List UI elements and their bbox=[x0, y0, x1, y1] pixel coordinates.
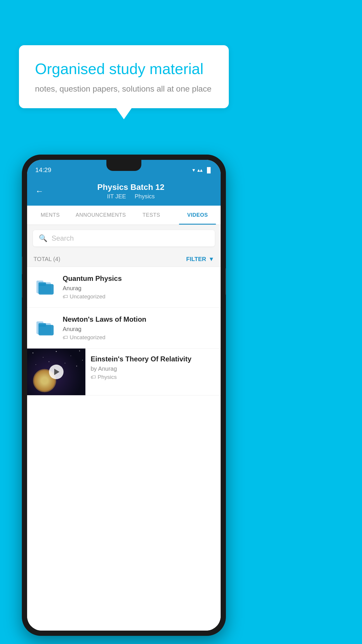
battery-icon: ▐▌ bbox=[205, 167, 212, 173]
svg-point-8 bbox=[33, 353, 34, 354]
app-header: ← Physics Batch 12 IIT JEE Physics bbox=[27, 177, 221, 206]
header-title: Physics Batch 12 bbox=[49, 183, 212, 192]
total-count-label: TOTAL (4) bbox=[34, 256, 60, 262]
tag-icon: 🏷 bbox=[63, 294, 68, 300]
svg-point-11 bbox=[71, 356, 71, 356]
play-icon bbox=[54, 369, 59, 375]
list-item[interactable]: Newton's Laws of Motion Anurag 🏷 Uncateg… bbox=[27, 308, 221, 349]
filter-label: FILTER bbox=[186, 256, 206, 262]
phone-volume-button bbox=[22, 257, 22, 274]
svg-point-9 bbox=[43, 357, 43, 358]
phone-volume-button-2 bbox=[22, 280, 22, 298]
speech-bubble-subtitle: notes, question papers, solutions all at… bbox=[35, 84, 213, 94]
filter-bar: TOTAL (4) FILTER ▼ bbox=[27, 252, 221, 267]
header-physics: Physics bbox=[135, 193, 155, 200]
filter-button[interactable]: FILTER ▼ bbox=[186, 256, 214, 262]
svg-point-10 bbox=[56, 351, 57, 352]
item-title: Newton's Laws of Motion bbox=[63, 315, 214, 323]
item-thumbnail bbox=[34, 274, 57, 298]
search-icon: 🔍 bbox=[39, 234, 48, 242]
list-item[interactable]: Quantum Physics Anurag 🏷 Uncategorized bbox=[27, 267, 221, 308]
tabs-bar: MENTS ANNOUNCEMENTS TESTS VIDEOS bbox=[27, 206, 221, 225]
status-icons: ▾ ▴▴ ▐▌ bbox=[192, 167, 212, 173]
item-title: Einstein's Theory Of Relativity bbox=[91, 355, 215, 363]
item-author: Anurag bbox=[63, 326, 214, 332]
item-author: by Anurag bbox=[91, 365, 215, 372]
filter-icon: ▼ bbox=[208, 256, 214, 262]
item-title: Quantum Physics bbox=[63, 274, 214, 283]
screen-content: 14:29 ▾ ▴▴ ▐▌ ← Physics Batch 12 IIT JEE… bbox=[27, 160, 221, 631]
item-info: Quantum Physics Anurag 🏷 Uncategorized bbox=[63, 274, 214, 300]
phone-frame: 14:29 ▾ ▴▴ ▐▌ ← Physics Batch 12 IIT JEE… bbox=[22, 155, 226, 636]
tab-announcements[interactable]: ANNOUNCEMENTS bbox=[73, 206, 129, 225]
header-title-area: Physics Batch 12 IIT JEE Physics bbox=[49, 183, 212, 200]
tag-icon: 🏷 bbox=[63, 335, 68, 341]
tag-icon: 🏷 bbox=[91, 374, 96, 380]
play-button[interactable] bbox=[49, 365, 64, 379]
wifi-icon: ▾ bbox=[192, 167, 195, 173]
list-item[interactable]: Einstein's Theory Of Relativity by Anura… bbox=[27, 349, 221, 396]
item-author: Anurag bbox=[63, 285, 214, 292]
tab-videos[interactable]: VIDEOS bbox=[175, 206, 221, 225]
header-subtitle: IIT JEE Physics bbox=[49, 193, 212, 200]
status-time: 14:29 bbox=[35, 166, 51, 174]
svg-point-17 bbox=[82, 360, 83, 360]
speech-bubble-title: Organised study material bbox=[35, 60, 213, 78]
phone-notch bbox=[106, 160, 141, 171]
search-input[interactable]: Search bbox=[52, 234, 74, 242]
signal-icon: ▴▴ bbox=[197, 167, 203, 173]
tab-tests[interactable]: TESTS bbox=[128, 206, 175, 225]
tag-label: Physics bbox=[98, 374, 117, 380]
header-iit-jee: IIT JEE bbox=[107, 193, 126, 200]
item-tag: 🏷 Physics bbox=[91, 374, 215, 380]
item-info: Einstein's Theory Of Relativity by Anura… bbox=[85, 349, 221, 387]
item-info: Newton's Laws of Motion Anurag 🏷 Uncateg… bbox=[63, 315, 214, 341]
svg-point-13 bbox=[36, 364, 36, 365]
svg-point-16 bbox=[76, 366, 77, 367]
tag-label: Uncategorized bbox=[70, 334, 106, 341]
svg-rect-7 bbox=[38, 323, 46, 327]
back-button[interactable]: ← bbox=[35, 187, 43, 196]
item-tag: 🏷 Uncategorized bbox=[63, 334, 214, 341]
search-bar[interactable]: 🔍 Search bbox=[33, 230, 215, 246]
folder-icon bbox=[35, 317, 55, 337]
svg-point-14 bbox=[49, 361, 50, 362]
folder-icon bbox=[35, 276, 55, 296]
item-thumbnail bbox=[34, 315, 57, 339]
item-tag: 🏷 Uncategorized bbox=[63, 293, 214, 300]
speech-bubble: Organised study material notes, question… bbox=[19, 45, 229, 108]
phone-screen: 14:29 ▾ ▴▴ ▐▌ ← Physics Batch 12 IIT JEE… bbox=[27, 160, 221, 631]
svg-rect-3 bbox=[38, 282, 46, 286]
video-list: Quantum Physics Anurag 🏷 Uncategorized bbox=[27, 267, 221, 631]
svg-point-15 bbox=[65, 363, 65, 363]
tag-label: Uncategorized bbox=[70, 293, 106, 300]
search-bar-container: 🔍 Search bbox=[27, 225, 221, 252]
svg-point-12 bbox=[79, 351, 80, 351]
phone-power-button bbox=[225, 268, 226, 295]
video-thumbnail bbox=[27, 349, 85, 395]
tab-ments[interactable]: MENTS bbox=[27, 206, 73, 225]
